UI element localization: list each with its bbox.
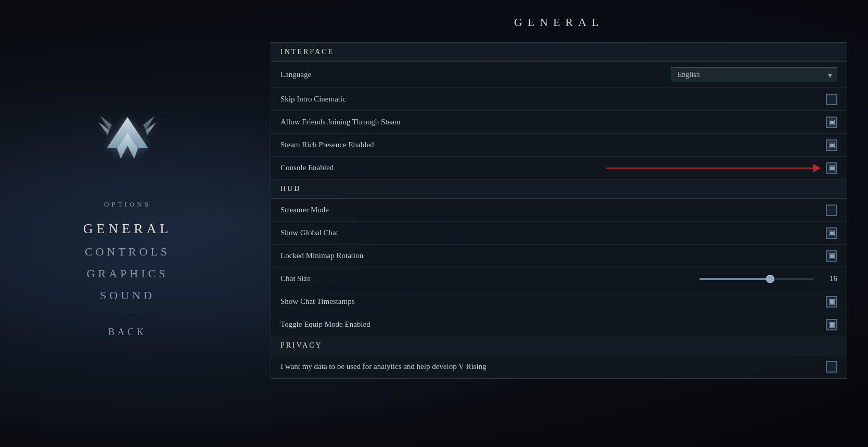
steam-rich-presence-checkbox[interactable] bbox=[826, 139, 837, 151]
chat-size-slider-wrapper: 16 bbox=[699, 274, 837, 283]
setting-row-language: Language English French German Spanish R… bbox=[271, 62, 847, 88]
setting-row-analytics: I want my data to be used for analytics … bbox=[271, 355, 847, 378]
allow-friends-checkbox[interactable] bbox=[826, 117, 837, 128]
show-timestamps-checkbox[interactable] bbox=[826, 296, 837, 308]
nav-item-general[interactable]: GENERAL bbox=[0, 218, 255, 240]
steam-rich-presence-label: Steam Rich Presence Enabled bbox=[280, 141, 826, 149]
nav-divider bbox=[81, 313, 174, 313]
setting-row-show-global-chat: Show Global Chat bbox=[271, 222, 847, 245]
game-logo bbox=[96, 107, 159, 190]
main-content: GENERAL INTERFACE Language English Frenc… bbox=[255, 0, 868, 447]
nav-item-graphics[interactable]: GRAPHICS bbox=[0, 264, 255, 284]
settings-panel: INTERFACE Language English French German… bbox=[271, 42, 847, 379]
setting-row-show-timestamps: Show Chat Timestamps bbox=[271, 290, 847, 313]
chat-size-label: Chat Size bbox=[280, 274, 699, 283]
section-header-interface: INTERFACE bbox=[271, 43, 847, 62]
locked-minimap-checkbox[interactable] bbox=[826, 250, 837, 262]
nav-back-button[interactable]: BACK bbox=[98, 324, 157, 341]
chat-size-slider-fill bbox=[699, 278, 770, 280]
options-label: OPTIONS bbox=[104, 200, 151, 209]
skip-intro-checkbox[interactable] bbox=[826, 94, 837, 105]
setting-row-allow-friends: Allow Friends Joining Through Steam bbox=[271, 111, 847, 134]
show-global-chat-checkbox[interactable] bbox=[826, 227, 837, 239]
skip-intro-label: Skip Intro Cinematic bbox=[280, 95, 826, 104]
language-select[interactable]: English French German Spanish Russian bbox=[671, 67, 837, 82]
setting-row-skip-intro: Skip Intro Cinematic bbox=[271, 88, 847, 111]
nav-menu: GENERAL CONTROLS GRAPHICS SOUND BACK bbox=[0, 218, 255, 341]
streamer-mode-checkbox[interactable] bbox=[826, 205, 837, 216]
console-enabled-checkbox[interactable] bbox=[826, 162, 837, 174]
setting-row-toggle-equip: Toggle Equip Mode Enabled bbox=[271, 313, 847, 336]
arrow-line bbox=[606, 168, 814, 169]
nav-item-sound[interactable]: SOUND bbox=[0, 286, 255, 305]
toggle-equip-label: Toggle Equip Mode Enabled bbox=[280, 320, 826, 329]
toggle-equip-checkbox[interactable] bbox=[826, 319, 837, 330]
sidebar: OPTIONS GENERAL CONTROLS GRAPHICS SOUND … bbox=[0, 0, 255, 447]
analytics-checkbox[interactable] bbox=[826, 361, 837, 373]
section-header-hud: HUD bbox=[271, 180, 847, 199]
arrow-head bbox=[813, 164, 821, 172]
allow-friends-label: Allow Friends Joining Through Steam bbox=[280, 118, 826, 126]
analytics-label: I want my data to be used for analytics … bbox=[280, 362, 826, 371]
chat-size-slider-track[interactable] bbox=[699, 278, 814, 280]
setting-row-console-enabled: Console Enabled bbox=[271, 157, 847, 180]
setting-row-steam-rich-presence: Steam Rich Presence Enabled bbox=[271, 134, 847, 157]
locked-minimap-label: Locked Minimap Rotation bbox=[280, 251, 826, 260]
page-title: GENERAL bbox=[271, 16, 847, 29]
language-label: Language bbox=[280, 70, 671, 79]
show-timestamps-label: Show Chat Timestamps bbox=[280, 297, 826, 306]
setting-row-chat-size: Chat Size 16 bbox=[271, 267, 847, 290]
language-dropdown-wrapper: English French German Spanish Russian bbox=[671, 67, 837, 82]
nav-item-controls[interactable]: CONTROLS bbox=[0, 242, 255, 262]
arrow-indicator bbox=[606, 164, 821, 172]
show-global-chat-label: Show Global Chat bbox=[280, 228, 826, 237]
streamer-mode-label: Streamer Mode bbox=[280, 206, 826, 214]
setting-row-streamer-mode: Streamer Mode bbox=[271, 199, 847, 222]
chat-size-value: 16 bbox=[822, 274, 837, 283]
setting-row-locked-minimap: Locked Minimap Rotation bbox=[271, 245, 847, 267]
chat-size-slider-thumb[interactable] bbox=[766, 275, 774, 283]
section-header-privacy: PRIVACY bbox=[271, 336, 847, 355]
